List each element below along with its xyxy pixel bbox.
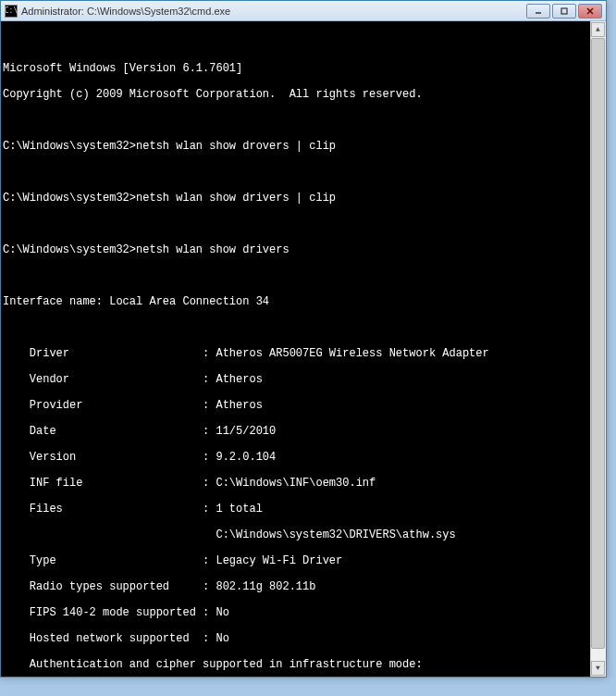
maximize-button[interactable]	[552, 4, 576, 19]
window-title: Administrator: C:\Windows\System32\cmd.e…	[21, 6, 526, 17]
terminal[interactable]: Microsoft Windows [Version 6.1.7601] Cop…	[1, 21, 606, 677]
field-hosted: Hosted network supported : No	[3, 632, 587, 645]
prompt-2: C:\Windows\system32>netsh wlan show driv…	[3, 192, 587, 205]
minimize-button[interactable]	[526, 4, 550, 19]
scroll-thumb[interactable]	[591, 38, 605, 649]
field-vendor: Vendor : Atheros	[3, 373, 587, 386]
blank	[3, 269, 587, 282]
window-controls	[526, 4, 602, 19]
field-driver: Driver : Atheros AR5007EG Wireless Netwo…	[3, 347, 587, 360]
close-button[interactable]	[578, 4, 602, 19]
maximize-icon	[560, 6, 569, 16]
field-date: Date : 11/5/2010	[3, 425, 587, 438]
blank	[3, 218, 587, 230]
titlebar[interactable]: C:\ Administrator: C:\Windows\System32\c…	[1, 1, 606, 21]
field-inf: INF file : C:\Windows\INF\oem30.inf	[3, 477, 587, 490]
field-version: Version : 9.2.0.104	[3, 451, 587, 464]
field-fips: FIPS 140-2 mode supported : No	[3, 606, 587, 619]
terminal-content: Microsoft Windows [Version 6.1.7601] Cop…	[3, 49, 604, 677]
minimize-icon	[534, 6, 543, 16]
field-files-2: C:\Windows\system32\DRIVERS\athw.sys	[3, 528, 587, 541]
header-line-2: Copyright (c) 2009 Microsoft Corporation…	[3, 88, 587, 101]
blank	[3, 114, 587, 127]
scroll-down-button[interactable]: ▼	[591, 661, 605, 676]
header-line-1: Microsoft Windows [Version 6.1.7601]	[3, 62, 587, 75]
field-radio: Radio types supported : 802.11g 802.11b	[3, 580, 587, 593]
field-files: Files : 1 total	[3, 503, 587, 516]
field-type: Type : Legacy Wi-Fi Driver	[3, 554, 587, 567]
interface-name: Interface name: Local Area Connection 34	[3, 295, 587, 308]
field-provider: Provider : Atheros	[3, 399, 587, 412]
blank	[3, 321, 587, 334]
scroll-up-button[interactable]: ▲	[591, 22, 605, 37]
cmd-window: C:\ Administrator: C:\Windows\System32\c…	[0, 0, 607, 677]
close-icon	[585, 6, 595, 16]
app-icon: C:\	[5, 5, 18, 18]
svg-rect-1	[561, 8, 567, 14]
vertical-scrollbar[interactable]: ▲ ▼	[590, 21, 606, 677]
prompt-1: C:\Windows\system32>netsh wlan show drov…	[3, 140, 587, 153]
auth-infra-header: Authentication and cipher supported in i…	[3, 658, 587, 671]
blank	[3, 166, 587, 179]
prompt-3: C:\Windows\system32>netsh wlan show driv…	[3, 243, 587, 256]
